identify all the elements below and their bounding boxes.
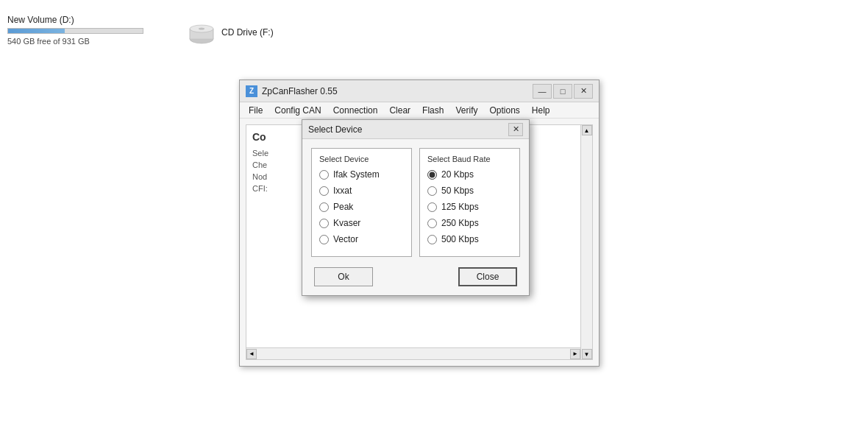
app-icon: Z [246, 85, 257, 97]
title-bar-controls: — □ ✕ [533, 84, 593, 99]
close-dialog-button[interactable]: Close [458, 267, 517, 286]
d-drive-fill [8, 29, 65, 33]
dialog-buttons: Ok Close [311, 267, 520, 286]
baud-500k-option[interactable]: 500 Kbps [427, 234, 512, 244]
device-kvaser-label: Kvaser [333, 218, 360, 228]
cd-drive-icon [188, 18, 216, 46]
dialog-content: Select Device Ifak System Ixxat Peak [302, 139, 529, 295]
drives-area: New Volume (D:) 540 GB free of 931 GB CD… [7, 15, 274, 46]
baud-125k-option[interactable]: 125 Kbps [427, 202, 512, 212]
device-kvaser-option[interactable]: Kvaser [319, 218, 404, 228]
app-title-text: ZpCanFlasher 0.55 [262, 86, 338, 96]
svg-point-3 [199, 28, 204, 30]
baud-20k-label: 20 Kbps [441, 169, 474, 180]
device-kvaser-radio[interactable] [319, 219, 329, 228]
select-device-dialog: Select Device ✕ Select Device Ifak Syste… [302, 119, 530, 296]
dialog-groups: Select Device Ifak System Ixxat Peak [311, 148, 520, 257]
baud-125k-label: 125 Kbps [441, 202, 479, 212]
menu-clear[interactable]: Clear [383, 104, 416, 117]
baud-250k-label: 250 Kbps [441, 218, 479, 228]
baud-500k-radio[interactable] [427, 235, 437, 244]
menu-verify[interactable]: Verify [449, 104, 483, 117]
dialog-title-text: Select Device [308, 124, 362, 135]
baud-20k-option[interactable]: 20 Kbps [427, 169, 512, 180]
baud-50k-radio[interactable] [427, 186, 437, 196]
device-vector-label: Vector [333, 234, 358, 244]
device-ixxat-radio[interactable] [319, 186, 329, 196]
menu-options[interactable]: Options [483, 104, 525, 117]
scroll-right-button[interactable]: ► [570, 349, 580, 359]
baud-500k-label: 500 Kbps [441, 234, 479, 244]
dialog-title-bar: Select Device ✕ [302, 120, 529, 139]
menu-help[interactable]: Help [526, 104, 556, 117]
scroll-up-button[interactable]: ▲ [582, 125, 592, 135]
baud-20k-radio[interactable] [427, 170, 437, 180]
d-drive-bar [7, 28, 143, 34]
device-ixxat-option[interactable]: Ixxat [319, 186, 404, 196]
d-drive-item[interactable]: New Volume (D:) 540 GB free of 931 GB [7, 15, 143, 46]
app-title-bar: Z ZpCanFlasher 0.55 — □ ✕ [240, 80, 599, 102]
f-drive-name: CD Drive (F:) [221, 27, 274, 38]
title-bar-left: Z ZpCanFlasher 0.55 [246, 85, 338, 97]
device-group: Select Device Ifak System Ixxat Peak [311, 148, 412, 257]
menu-file[interactable]: File [243, 104, 268, 117]
baud-250k-radio[interactable] [427, 219, 437, 228]
baud-group-label: Select Baud Rate [427, 155, 512, 163]
device-ifak-label: Ifak System [333, 169, 380, 180]
minimize-button[interactable]: — [533, 84, 552, 99]
device-peak-label: Peak [333, 202, 353, 212]
device-ixxat-label: Ixxat [333, 186, 352, 196]
device-vector-option[interactable]: Vector [319, 234, 404, 244]
device-ifak-option[interactable]: Ifak System [319, 169, 404, 180]
baud-50k-label: 50 Kbps [441, 186, 474, 196]
menu-config-can[interactable]: Config CAN [268, 104, 327, 117]
device-vector-radio[interactable] [319, 235, 329, 244]
scroll-left-button[interactable]: ◄ [246, 349, 257, 359]
horizontal-scrollbar[interactable]: ◄ ► [246, 347, 580, 359]
app-menu-bar: File Config CAN Connection Clear Flash V… [240, 102, 599, 119]
menu-flash[interactable]: Flash [416, 104, 449, 117]
maximize-button[interactable]: □ [553, 84, 572, 99]
vertical-scrollbar[interactable]: ▲ ▼ [580, 125, 592, 359]
desktop: New Volume (D:) 540 GB free of 931 GB CD… [0, 0, 868, 438]
baud-50k-option[interactable]: 50 Kbps [427, 186, 512, 196]
f-drive-item[interactable]: CD Drive (F:) [188, 18, 274, 46]
device-peak-option[interactable]: Peak [319, 202, 404, 212]
ok-button[interactable]: Ok [314, 267, 373, 286]
device-group-label: Select Device [319, 155, 404, 163]
d-drive-size: 540 GB free of 931 GB [7, 37, 90, 46]
dialog-close-x-button[interactable]: ✕ [508, 123, 523, 136]
close-button[interactable]: ✕ [574, 84, 593, 99]
baud-125k-radio[interactable] [427, 202, 437, 212]
menu-connection[interactable]: Connection [327, 104, 384, 117]
device-ifak-radio[interactable] [319, 170, 329, 180]
device-peak-radio[interactable] [319, 202, 329, 212]
baud-250k-option[interactable]: 250 Kbps [427, 218, 512, 228]
d-drive-name: New Volume (D:) [7, 15, 74, 25]
baud-group: Select Baud Rate 20 Kbps 50 Kbps 125 Kbp… [419, 148, 520, 257]
scroll-down-button[interactable]: ▼ [582, 349, 592, 359]
